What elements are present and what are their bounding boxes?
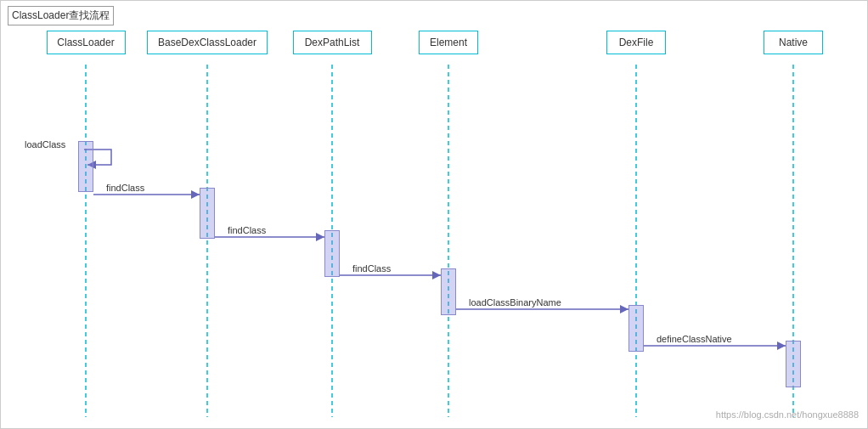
svg-marker-21 (777, 342, 786, 350)
svg-marker-12 (316, 233, 324, 241)
diagram: ClassLoader查找流程 loadClassfindClassfindCl… (0, 0, 868, 429)
watermark: https://blog.csdn.net/hongxue8888 (716, 409, 859, 420)
svg-marker-9 (191, 190, 200, 199)
svg-text:findClass: findClass (106, 183, 145, 193)
activation-3 (441, 268, 456, 315)
class-box-dexfile: DexFile (606, 31, 666, 54)
class-box-dexpathlist: DexPathList (293, 31, 372, 54)
arrows-svg: loadClassfindClassfindClassfindClassload… (1, 1, 868, 429)
activation-2 (324, 230, 340, 277)
activation-5 (786, 341, 801, 387)
activation-4 (628, 305, 644, 352)
activation-1 (200, 188, 215, 239)
svg-marker-18 (620, 305, 628, 313)
svg-text:loadClassBinaryName: loadClassBinaryName (469, 297, 561, 308)
svg-text:defineClassNative: defineClassNative (657, 334, 732, 344)
diagram-title: ClassLoader查找流程 (8, 6, 114, 25)
svg-text:findClass: findClass (228, 225, 267, 235)
svg-marker-15 (432, 271, 441, 279)
svg-text:findClass: findClass (352, 263, 392, 274)
class-box-element: Element (419, 31, 478, 54)
activation-0 (78, 141, 93, 192)
class-box-classloader: ClassLoader (47, 31, 126, 54)
class-box-basedexclassloader: BaseDexClassLoader (147, 31, 268, 54)
class-box-native: Native (764, 31, 823, 54)
svg-text:loadClass: loadClass (25, 139, 66, 150)
